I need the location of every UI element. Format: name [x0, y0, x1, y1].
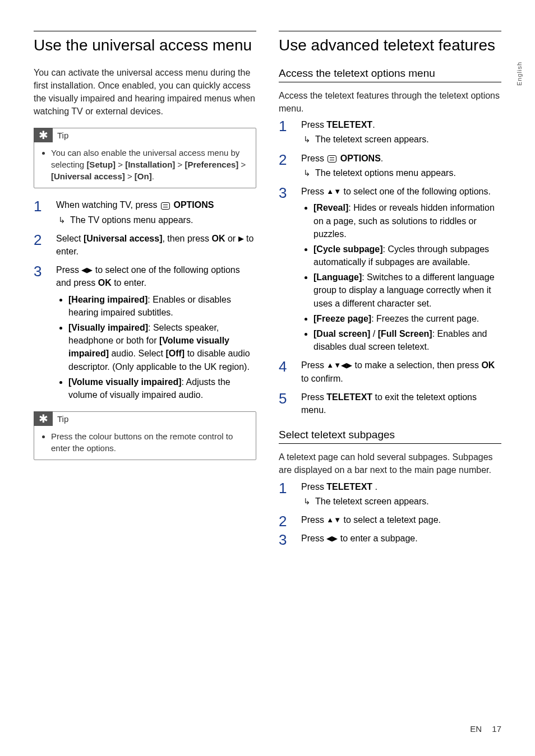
step-2: 2 Press OPTIONS. ↳The teletext options m… — [279, 152, 501, 180]
left-column: Use the universal access menu You can ac… — [34, 31, 256, 550]
subheading-access: Access the teletext options menu — [279, 67, 501, 82]
bullet-dual: [Dual screen] / [Full Screen]: Enables a… — [313, 327, 501, 353]
bullet-language: [Language]: Switches to a different lang… — [313, 271, 501, 310]
page-body: Use the universal access menu You can ac… — [34, 31, 501, 550]
step-1: 1 When watching TV, press OPTIONS ↳The T… — [34, 198, 256, 226]
footer-lang: EN — [470, 724, 482, 734]
footer-page-number: 17 — [492, 724, 501, 734]
bullet-hearing: [Hearing impaired]: Enables or disables … — [68, 293, 256, 319]
tip-box-2: ✱ Tip Press the colour buttons on the re… — [34, 411, 256, 460]
tip-label: Tip — [57, 131, 68, 140]
step-1: 1 Press TELETEXT . ↳The teletext screen … — [279, 480, 501, 508]
page-footer: EN 17 — [470, 724, 501, 734]
step-3: 3 Press ▲▼ to select one of the followin… — [279, 185, 501, 353]
step-2: 2 Select [Universal access], then press … — [34, 232, 256, 258]
up-down-arrows-icon: ▲▼ — [326, 516, 341, 524]
left-intro: You can activate the universal access me… — [34, 66, 256, 118]
step-3: 3 Press ◀▶ to select one of the followin… — [34, 263, 256, 401]
step-1: 1 Press TELETEXT. ↳The teletext screen a… — [279, 118, 501, 146]
options-icon — [328, 155, 336, 163]
tip-icon: ✱ — [34, 411, 53, 426]
right-heading: Use advanced teletext features — [279, 31, 501, 55]
tip-text: Press the colour buttons on the remote c… — [51, 430, 248, 454]
left-right-arrows-icon: ◀▶ — [81, 266, 93, 275]
bullet-cycle: [Cycle subpage]: Cycles through subpages… — [313, 243, 501, 268]
bullet-freeze: [Freeze page]: Freezes the current page. — [313, 312, 501, 325]
up-down-arrows-icon: ▲▼ — [326, 187, 341, 196]
left-right-arrows-icon: ◀▶ — [326, 535, 338, 543]
result-arrow-icon: ↳ — [303, 133, 311, 145]
sec2-steps: 1 Press TELETEXT . ↳The teletext screen … — [279, 480, 501, 545]
subheading-subpages: Select teletext subpages — [279, 429, 501, 444]
result-arrow-icon: ↳ — [303, 167, 311, 179]
step-4: 4 Press ▲▼◀▶ to make a selection, then p… — [279, 359, 501, 384]
left-heading: Use the universal access menu — [34, 31, 256, 55]
result-arrow-icon: ↳ — [58, 214, 66, 226]
sec1-intro: Access the teletext features through the… — [279, 89, 501, 115]
tip-box-1: ✱ Tip You can also enable the universal … — [34, 128, 256, 188]
sec2-intro: A teletext page can hold several subpage… — [279, 451, 501, 476]
sec1-steps: 1 Press TELETEXT. ↳The teletext screen a… — [279, 118, 501, 416]
tip-label: Tip — [57, 414, 68, 424]
step-3: 3 Press ◀▶ to enter a subpage. — [279, 532, 501, 545]
step-5: 5 Press TELETEXT to exit the teletext op… — [279, 391, 501, 416]
right-column: Use advanced teletext features Access th… — [279, 31, 501, 550]
left-steps: 1 When watching TV, press OPTIONS ↳The T… — [34, 198, 256, 401]
options-icon — [161, 202, 170, 210]
tip-icon: ✱ — [34, 128, 53, 142]
right-arrow-icon: ▶ — [238, 234, 244, 243]
bullet-reveal: [Reveal]: Hides or reveals hidden inform… — [313, 201, 501, 240]
bullet-volume: [Volume visually impaired]: Adjusts the … — [68, 375, 256, 401]
bullet-visually: [Visually impaired]: Selects speaker, he… — [68, 321, 256, 373]
step-2: 2 Press ▲▼ to select a teletext page. — [279, 513, 501, 526]
language-tab: English — [516, 62, 523, 86]
result-arrow-icon: ↳ — [303, 495, 311, 507]
tip-text: You can also enable the universal access… — [51, 147, 248, 182]
nav-arrows-icon: ▲▼◀▶ — [326, 361, 352, 370]
